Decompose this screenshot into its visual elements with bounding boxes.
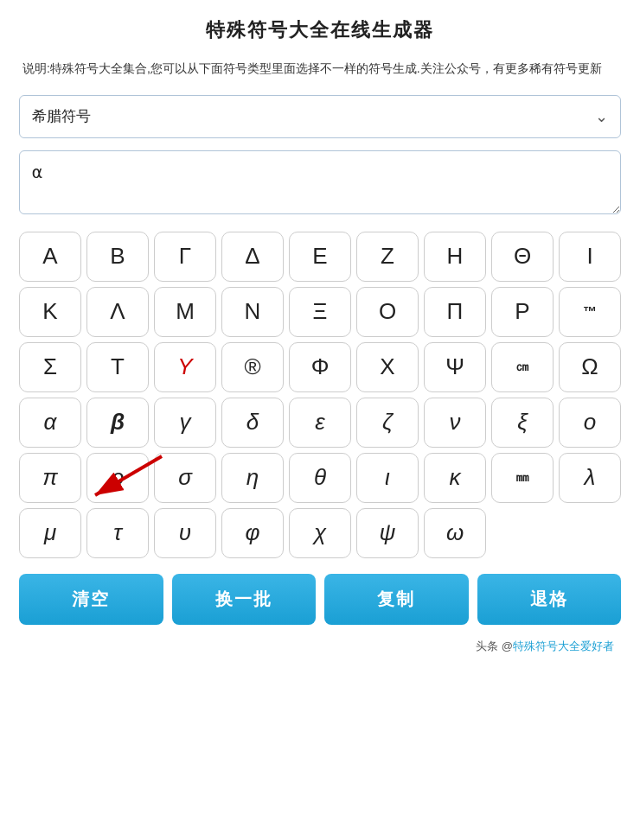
symbol-btn[interactable]: κ	[424, 453, 486, 503]
symbol-btn[interactable]: ψ	[356, 508, 419, 558]
refresh-button[interactable]: 换一批	[172, 574, 317, 625]
symbol-btn-alpha[interactable]: α	[19, 398, 81, 448]
symbol-btn[interactable]: λ	[559, 453, 621, 503]
watermark-prefix: 头条 @	[476, 640, 513, 652]
symbol-btn[interactable]: Χ	[356, 342, 419, 392]
symbol-btn[interactable]: Ν	[221, 287, 284, 337]
symbol-type-select-wrapper[interactable]: 希腊符号 数学符号 箭头符号 货币符号 音乐符号 ⌄	[19, 95, 621, 138]
copy-button[interactable]: 复制	[324, 574, 469, 625]
delete-button[interactable]: 退格	[477, 574, 622, 625]
symbol-btn[interactable]: φ	[221, 508, 284, 558]
symbol-btn[interactable]: ν	[424, 398, 486, 448]
symbol-btn[interactable]: Φ	[289, 342, 351, 392]
symbol-btn[interactable]: Μ	[154, 287, 216, 337]
symbol-btn[interactable]: ο	[559, 398, 621, 448]
symbol-btn[interactable]: Ζ	[356, 232, 419, 282]
symbol-btn[interactable]: Τ	[86, 342, 149, 392]
page-title: 特殊符号大全在线生成器	[14, 17, 626, 43]
symbol-btn[interactable]: π	[19, 453, 81, 503]
symbol-btn[interactable]: Κ	[19, 287, 81, 337]
symbol-btn[interactable]: ζ	[356, 398, 419, 448]
symbol-btn[interactable]: Δ	[221, 232, 284, 282]
symbol-btn-beta[interactable]: β	[86, 398, 149, 448]
symbol-btn[interactable]: τ	[86, 508, 149, 558]
symbol-btn[interactable]: Υ	[154, 342, 216, 392]
symbol-btn[interactable]: ω	[424, 508, 486, 558]
symbol-btn[interactable]: Γ	[154, 232, 216, 282]
symbol-btn[interactable]: ®	[221, 342, 284, 392]
symbol-btn[interactable]: μ	[19, 508, 81, 558]
symbol-btn-tm[interactable]: ™	[559, 287, 621, 337]
symbol-btn[interactable]: Ρ	[491, 287, 554, 337]
page-description: 说明:特殊符号大全集合,您可以从下面符号类型里面选择不一样的符号生成.关注公众号…	[22, 59, 618, 80]
symbol-btn-empty2	[559, 508, 621, 558]
symbol-btn[interactable]: σ	[154, 453, 216, 503]
symbol-btn[interactable]: ξ	[491, 398, 554, 448]
symbol-btn[interactable]: ι	[356, 453, 419, 503]
symbol-btn[interactable]: θ	[289, 453, 351, 503]
symbol-btn[interactable]: δ	[221, 398, 284, 448]
symbol-btn[interactable]: Ξ	[289, 287, 351, 337]
footer-bar: 清空 换一批 复制 退格	[19, 574, 621, 633]
symbol-btn[interactable]: Ψ	[424, 342, 486, 392]
symbol-btn-cm[interactable]: ㎝	[491, 342, 554, 392]
symbol-btn[interactable]: χ	[289, 508, 351, 558]
symbol-btn[interactable]: Θ	[491, 232, 554, 282]
symbol-btn[interactable]: γ	[154, 398, 216, 448]
symbol-btn[interactable]: υ	[154, 508, 216, 558]
symbol-btn[interactable]: Π	[424, 287, 486, 337]
symbol-btn[interactable]: Η	[424, 232, 486, 282]
watermark-account: 特殊符号大全爱好者	[513, 640, 614, 652]
symbol-btn[interactable]: η	[221, 453, 284, 503]
output-textarea[interactable]: α	[19, 150, 621, 214]
symbol-btn[interactable]: Σ	[19, 342, 81, 392]
symbol-btn[interactable]: Λ	[86, 287, 149, 337]
symbol-btn[interactable]: Ο	[356, 287, 419, 337]
symbol-btn[interactable]: Ω	[559, 342, 621, 392]
symbol-btn[interactable]: Α	[19, 232, 81, 282]
symbol-btn[interactable]: Ε	[289, 232, 351, 282]
symbol-grid: Α Β Γ Δ Ε Ζ Η Θ Ι Κ Λ Μ Ν Ξ Ο Π Ρ ™ Σ Τ …	[19, 232, 621, 558]
watermark: 头条 @特殊符号大全爱好者	[14, 633, 626, 663]
symbol-type-select[interactable]: 希腊符号 数学符号 箭头符号 货币符号 音乐符号	[32, 108, 608, 124]
clear-button[interactable]: 清空	[19, 574, 163, 625]
symbol-btn[interactable]: Ι	[559, 232, 621, 282]
symbol-btn-mm[interactable]: ㎜	[491, 453, 554, 503]
symbol-btn[interactable]: Β	[86, 232, 149, 282]
symbol-btn[interactable]: ρ	[86, 453, 149, 503]
symbol-btn[interactable]: ε	[289, 398, 351, 448]
symbol-btn-empty1	[491, 508, 554, 558]
